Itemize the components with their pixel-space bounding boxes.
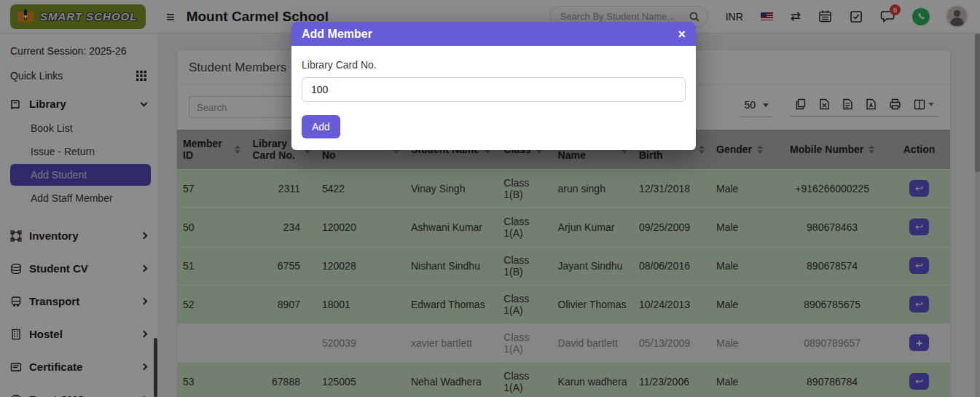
add-member-modal: Add Member × Library Card No. Add bbox=[291, 22, 696, 150]
modal-body: Library Card No. Add bbox=[291, 46, 696, 150]
add-button[interactable]: Add bbox=[302, 115, 340, 138]
modal-header: Add Member × bbox=[291, 22, 696, 46]
modal-title: Add Member bbox=[302, 28, 678, 41]
close-icon[interactable]: × bbox=[678, 28, 686, 41]
application-window: SMART SCHOOL ≡ Mount Carmel School INR ⇄ bbox=[0, 0, 980, 397]
library-card-no-input[interactable] bbox=[302, 77, 686, 102]
library-card-no-label: Library Card No. bbox=[302, 59, 686, 71]
